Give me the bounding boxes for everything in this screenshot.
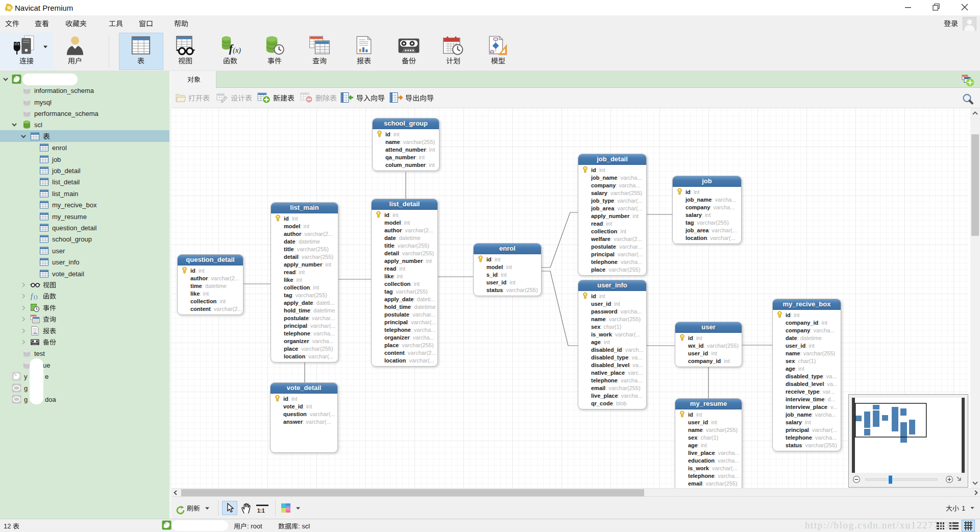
- svg-text:(): (): [34, 294, 38, 300]
- svg-text:1:1: 1:1: [257, 508, 265, 514]
- svg-text:(x): (x): [233, 46, 241, 55]
